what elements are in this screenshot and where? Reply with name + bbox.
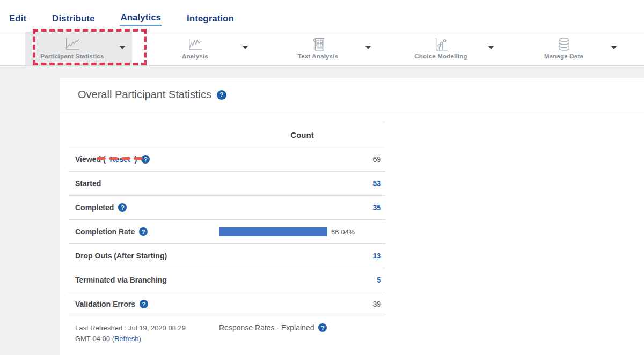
response-rates-explained: Response Rates - Explained ? [219,323,385,332]
help-icon[interactable]: ? [141,155,150,164]
count-value-link[interactable]: 53 [219,179,385,188]
row-label: Completed ? [68,203,219,212]
toolbar-item-participant-statistics[interactable]: Participant Statistics [11,31,134,65]
toolbar-item-label: Manage Data [544,53,583,60]
row-label-text: Drop Outs (After Starting) [75,252,167,260]
chevron-down-icon[interactable] [243,46,248,49]
table-footer-row: Last Refreshed : Jul 19, 2020 08:29 GMT-… [68,316,385,350]
row-label-text: Completion Rate [75,227,135,236]
zigzag-chart-icon [187,37,203,51]
row-label-text: Validation Errors [75,300,135,308]
count-column-header: Count [219,130,385,139]
last-refreshed-line2-suffix: ) [139,335,141,343]
chevron-down-icon[interactable] [365,46,371,49]
table-row-drop-outs: Drop Outs (After Starting) 13 [68,244,385,268]
nav-tab-analytics[interactable]: Analytics [120,12,162,26]
table-row-terminated: Terminated via Branching 5 [68,268,385,292]
newspaper-icon [310,37,326,51]
content-card: Overall Participant Statistics ? Count V… [60,78,644,355]
count-value-link[interactable]: 13 [219,252,385,260]
reset-link[interactable]: Reset [110,155,130,164]
response-rates-text: Response Rates - Explained [219,323,314,332]
row-label: Viewed ( Reset ) ? [68,155,219,164]
completion-rate-bar [219,227,327,236]
toolbar-item-label: Analysis [182,53,208,60]
toolbar-item-text-analysis[interactable]: Text Analysis [257,31,379,65]
analytics-toolbar: Participant Statistics Analysis Te [0,31,644,66]
last-refreshed-text: Last Refreshed : Jul 19, 2020 08:29 GMT-… [68,323,219,344]
row-label: Validation Errors ? [68,300,219,308]
help-icon[interactable]: ? [318,323,327,332]
card-header: Overall Participant Statistics ? [60,78,644,112]
chevron-down-icon[interactable] [611,46,617,49]
table-row-started: Started 53 [68,172,385,196]
table-row-validation-errors: Validation Errors ? 39 [68,292,385,316]
row-label: Drop Outs (After Starting) [68,252,219,260]
help-icon[interactable]: ? [118,203,127,212]
count-value-link[interactable]: 5 [219,276,385,284]
table-row-viewed: Viewed ( Reset ) ? 69 [68,147,385,172]
top-nav: Edit Distribute Analytics Integration [0,0,644,31]
count-value: 69 [219,155,385,164]
toolbar-item-choice-modelling[interactable]: Choice Modelling [379,31,502,65]
toolbar-item-label: Participant Statistics [40,53,104,60]
toolbar-item-analysis[interactable]: Analysis [134,31,257,65]
row-label-text: Viewed ( [75,155,106,164]
row-label-text: Started [75,179,101,188]
page-title: Overall Participant Statistics [78,88,211,101]
row-label-text: Terminated via Branching [75,276,167,284]
help-icon[interactable]: ? [140,300,148,308]
participant-statistics-table: Count Viewed ( Reset ) ? 69 Started 53 C… [68,122,385,350]
completion-rate-value: 66.04% [331,228,355,236]
toolbar-item-label: Text Analysis [298,53,338,60]
count-value: 39 [219,300,385,308]
table-row-completion-rate: Completion Rate ? 66.04% [68,220,385,244]
help-icon[interactable]: ? [217,90,226,100]
row-label: Started [68,179,219,188]
table-header-row: Count [68,122,385,147]
row-label-suffix: ) [135,155,137,164]
annotation-box [33,29,147,65]
nav-tab-distribute[interactable]: Distribute [52,13,95,26]
refresh-link[interactable]: Refresh [114,335,139,343]
line-chart-icon [64,37,80,51]
table-row-completed: Completed ? 35 [68,196,385,220]
chevron-down-icon[interactable] [120,46,125,49]
row-label-text: Completed [75,203,114,212]
chevron-down-icon[interactable] [488,46,494,49]
scatter-chart-icon [433,37,449,51]
row-label: Completion Rate ? [68,227,219,236]
toolbar-item-manage-data[interactable]: Manage Data [502,31,625,65]
last-refreshed-line1: Last Refreshed : Jul 19, 2020 08:29 [75,324,186,332]
nav-tab-integration[interactable]: Integration [186,13,235,26]
completion-rate-cell: 66.04% [219,227,385,236]
nav-tab-edit[interactable]: Edit [9,13,27,26]
database-icon [556,37,572,51]
row-label: Terminated via Branching [68,276,219,284]
count-value-link[interactable]: 35 [219,203,385,212]
last-refreshed-line2-prefix: GMT-04:00 ( [75,335,114,343]
toolbar-item-label: Choice Modelling [414,53,467,60]
help-icon[interactable]: ? [139,227,148,236]
